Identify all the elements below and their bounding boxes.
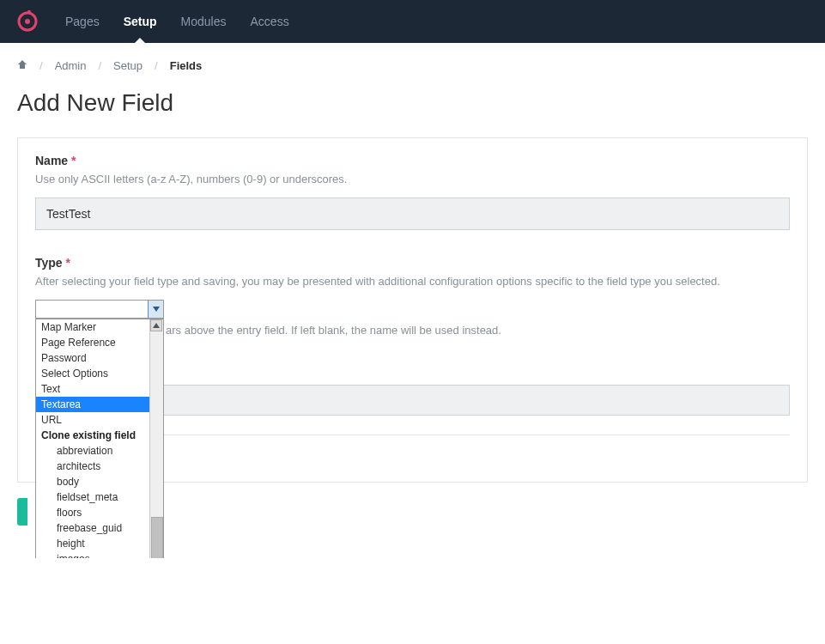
type-select-display[interactable] (35, 300, 164, 319)
type-help: After selecting your field type and savi… (35, 275, 790, 288)
nav-setup[interactable]: Setup (124, 0, 157, 43)
nav-links: Pages Setup Modules Access (65, 0, 289, 43)
label-field-help-fragment: ars above the entry field. If left blank… (166, 324, 790, 337)
breadcrumb-sep: / (155, 59, 158, 72)
clone-freebase-guid[interactable]: freebase_guid (36, 520, 149, 536)
breadcrumb-sep: / (39, 59, 43, 72)
type-select[interactable]: Map Marker Page Reference Password Selec… (35, 300, 164, 319)
type-select-value (36, 301, 148, 318)
option-password[interactable]: Password (36, 350, 149, 366)
option-page-reference[interactable]: Page Reference (36, 335, 149, 350)
type-label: Type * (35, 256, 790, 270)
page-title: Add New Field (17, 89, 808, 117)
clone-architects[interactable]: architects (36, 459, 149, 474)
crumb-admin[interactable]: Admin (55, 59, 87, 72)
option-text[interactable]: Text (36, 381, 149, 397)
breadcrumb: / Admin / Setup / Fields (17, 58, 808, 72)
crumb-setup[interactable]: Setup (113, 59, 143, 72)
required-marker: * (71, 154, 76, 167)
scroll-up-icon[interactable] (150, 319, 162, 331)
chevron-down-icon[interactable] (148, 301, 163, 318)
clone-body[interactable]: body (36, 474, 149, 489)
nav-access[interactable]: Access (251, 0, 289, 43)
option-map-marker[interactable]: Map Marker (36, 319, 149, 335)
svg-point-1 (25, 19, 30, 24)
option-select-options[interactable]: Select Options (36, 366, 149, 381)
option-url[interactable]: URL (36, 412, 149, 428)
clone-fieldset-meta[interactable]: fieldset_meta (36, 489, 149, 505)
option-textarea[interactable]: Textarea (36, 397, 149, 412)
clone-floors[interactable]: floors (36, 505, 149, 520)
name-help: Use only ASCII letters (a-z A-Z), number… (35, 173, 790, 185)
breadcrumb-sep: / (98, 59, 101, 72)
scroll-thumb[interactable] (151, 517, 163, 558)
content-area: / Admin / Setup / Fields Add New Field N… (0, 43, 825, 558)
clone-height[interactable]: height (36, 536, 149, 551)
nav-pages[interactable]: Pages (65, 0, 100, 43)
field-type-group: Type * After selecting your field type a… (35, 256, 790, 435)
nav-modules[interactable]: Modules (181, 0, 227, 43)
clone-images[interactable]: images (36, 551, 149, 558)
form-panel: Name * Use only ASCII letters (a-z A-Z),… (17, 137, 808, 483)
crumb-fields[interactable]: Fields (170, 59, 203, 72)
name-label: Name * (35, 154, 790, 167)
save-button[interactable] (17, 498, 27, 526)
required-marker: * (66, 256, 70, 270)
clone-abbreviation[interactable]: abbreviation (36, 443, 149, 459)
home-icon[interactable] (17, 58, 27, 72)
clone-header: Clone existing field (36, 428, 149, 443)
dropdown-scrollbar[interactable] (149, 319, 163, 558)
type-dropdown: Map Marker Page Reference Password Selec… (35, 319, 164, 558)
logo-icon[interactable] (15, 9, 39, 33)
name-input[interactable] (35, 197, 790, 230)
dropdown-list: Map Marker Page Reference Password Selec… (36, 319, 149, 558)
top-nav: Pages Setup Modules Access (0, 0, 825, 43)
field-name-group: Name * Use only ASCII letters (a-z A-Z),… (35, 154, 790, 230)
